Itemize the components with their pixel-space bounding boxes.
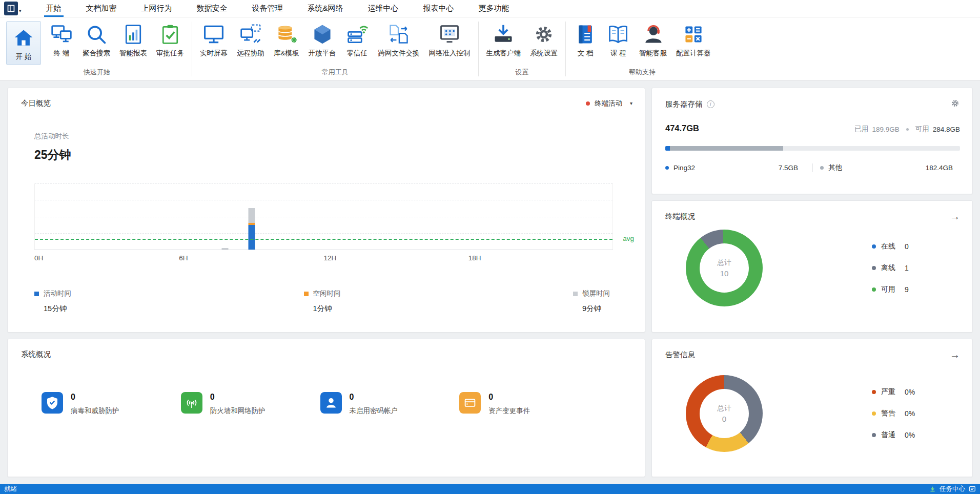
ribbon-item-system-settings[interactable]: 系统设置 [525,20,562,59]
menu-tab-ops-center[interactable]: 运维中心 [366,0,401,17]
platform-icon [311,23,334,46]
ribbon-item-open-platform[interactable]: 开放平台 [304,20,341,59]
legend-dot-icon [872,390,876,394]
menu-bar: ▾ 开始 文档加密 上网行为 数据安全 设备管理 系统&网络 运维中心 报表中心… [0,0,980,17]
storage-settings-gear-icon[interactable] [950,98,960,110]
terminal-overview-card: 终端概况 → 总计 10 在线 0 [651,200,973,333]
ribbon-group-label: 帮助支持 [566,67,719,80]
total-activity-value: 25分钟 [34,147,613,163]
legend-dot-icon [872,287,876,292]
used-value: 189.9GB [872,126,899,133]
arrow-right-icon[interactable]: → [950,349,960,360]
server-storage-card: 服务器存储 i 474.7GB 已用 189.9GB 可用 284.8GB [651,88,973,194]
task-center-button[interactable]: 任务中心 [929,485,976,493]
legend-item: 空闲时间 1分钟 [304,289,341,314]
shield-icon [42,392,63,414]
used-label: 已用 [854,125,868,134]
ribbon-group-label: 设置 [479,67,566,80]
menu-tab-data-security[interactable]: 数据安全 [195,0,230,17]
ribbon-item-network-access-control[interactable]: 网络准入控制 [424,20,475,59]
app-menu-button[interactable] [4,2,18,15]
asset-icon [459,392,481,414]
arrow-right-icon[interactable]: → [950,211,960,221]
legend-item: 普通 0% [872,430,949,440]
legend-swatch [573,292,578,296]
menu-tab-report-center[interactable]: 报表中心 [421,0,456,17]
ribbon-item-realtime-screen[interactable]: 实时屏幕 [195,20,232,59]
app-menu-caret-icon[interactable]: ▾ [19,8,22,13]
free-value: 284.8GB [933,126,960,133]
menu-tab-device-mgmt[interactable]: 设备管理 [250,0,285,17]
report-icon [121,23,145,46]
ribbon-group-settings: 生成客户端 系统设置 设置 [479,17,566,80]
terminal-donut-chart: 总计 10 [686,230,763,306]
legend-swatch [304,292,309,296]
screen-icon [202,23,226,46]
activity-bar-chart: avg [34,183,613,250]
ribbon-item-smart-report[interactable]: 智能报表 [115,20,152,59]
ribbon-toolbar: 开 始 终 端 聚合搜索 智能报表 [0,17,980,81]
ribbon-item-config-calculator[interactable]: 配置计算器 [671,20,716,59]
legend-item: 可用 9 [872,285,949,294]
legend-swatch [34,292,39,296]
alerts-donut-chart: 总计 0 [686,375,763,452]
menu-tab-web-behavior[interactable]: 上网行为 [139,0,174,17]
legend-dot-icon [872,266,876,270]
ribbon-item-docs[interactable]: 文 档 [569,20,602,59]
ribbon-item-generate-client[interactable]: 生成客户端 [482,20,526,59]
activity-filter-dropdown[interactable]: 终端活动 ▾ [586,99,632,108]
home-icon [12,26,35,50]
status-text: 就绪 [4,485,17,493]
info-icon[interactable]: i [707,100,714,108]
stat-virus-protection: 0 病毒和威胁防护 [42,392,181,416]
stat-asset-change-events: 0 资产变更事件 [459,392,599,416]
menu-tab-more[interactable]: 更多功能 [477,0,512,17]
ribbon-item-terminal[interactable]: 终 端 [45,20,78,59]
task-window-icon[interactable] [969,485,976,492]
terminal-legend: 在线 0 离线 1 可用 9 [872,242,949,294]
stat-no-password-accounts: 0 未启用密码帐户 [320,392,460,416]
alerts-legend: 严重 0% 警告 0% 普通 0% [872,387,949,440]
ribbon-item-courses[interactable]: 课 程 [602,20,635,59]
ribbon-item-search[interactable]: 聚合搜索 [78,20,115,59]
menu-tab-system-network[interactable]: 系统&网络 [305,0,345,17]
user-icon [320,392,342,414]
divider [812,163,813,172]
stat-firewall-protection: 0 防火墙和网络防护 [181,392,320,416]
menu-tab-start[interactable]: 开始 [44,0,64,17]
legend-dot-icon [820,166,824,170]
legend-item: 严重 0% [872,387,949,397]
storage-total: 474.7GB [665,123,699,133]
alert-info-card: 告警信息 → 总计 0 严重 0% [651,339,973,477]
legend-item: 活动时间 15分钟 [34,289,71,314]
legend-ping32: Ping32 7.5GB [665,164,805,172]
system-stats-row: 0 病毒和威胁防护 0 防火墙和网络防护 [8,359,645,416]
ribbon-item-approval-tasks[interactable]: 审批任务 [152,20,189,59]
terminal-icon [50,23,73,46]
chevron-down-icon: ▾ [630,100,632,106]
today-overview-card: 今日概览 终端活动 ▾ 总活动时长 25分钟 avg [7,88,645,333]
ribbon-item-remote-assist[interactable]: 远程协助 [232,20,269,59]
ribbon-group-help-support: 文 档 课 程 智能客服 配置计算器 帮助支持 [566,17,719,80]
ribbon-item-library-templates[interactable]: 库&模板 [269,20,304,59]
ribbon-group-label: 快速开始 [2,67,192,80]
ribbon-group-quick-start: 开 始 终 端 聚合搜索 智能报表 [2,17,192,80]
legend-dot-icon [872,244,876,249]
menu-tab-doc-encrypt[interactable]: 文档加密 [84,0,119,17]
legend-item: 离线 1 [872,263,949,273]
legend-dot-icon [872,433,876,437]
ribbon-item-zero-trust[interactable]: 零信任 [341,20,374,59]
firewall-icon [181,392,202,414]
approval-icon [158,23,182,46]
ribbon-item-smart-support[interactable]: 智能客服 [635,20,671,59]
legend-item: 锁屏时间 9分钟 [573,289,610,314]
doc-icon [574,23,597,46]
storage-legend: Ping32 7.5GB 其他 182.4GB [665,163,960,172]
card-title: 终端概况 [665,212,695,221]
card-title: 系统概况 [21,349,51,359]
ribbon-item-cross-network-file-exchange[interactable]: 跨网文件交换 [374,20,424,59]
main-content: 今日概览 终端活动 ▾ 总活动时长 25分钟 avg [0,81,980,484]
ribbon-item-start[interactable]: 开 始 [6,21,41,65]
legend-item: 在线 0 [872,242,949,251]
legend-item: 警告 0% [872,409,949,418]
